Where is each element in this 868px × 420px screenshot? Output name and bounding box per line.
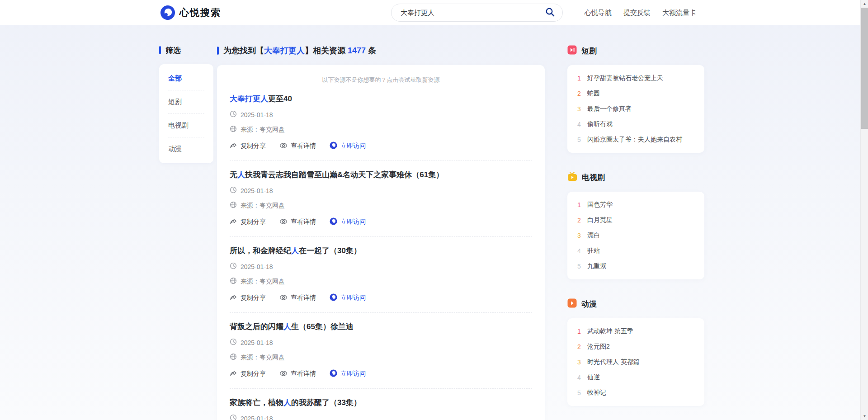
result-date-row: 2025-01-18	[230, 186, 532, 195]
result-date: 2025-01-18	[241, 263, 273, 270]
result-date: 2025-01-18	[241, 415, 273, 420]
nav-link-dataplan[interactable]: 大额流量卡	[662, 9, 696, 17]
rank-title-text: 牧神记	[587, 389, 606, 397]
clock-icon	[230, 110, 237, 119]
view-detail-button[interactable]: 查看详情	[279, 370, 316, 378]
top-bar: 心悦搜索 心悦导航 提交反馈 大额流量卡	[0, 0, 860, 25]
visit-now-button[interactable]: 立即访问	[330, 293, 366, 302]
keyword-highlight: 人	[291, 246, 299, 255]
copy-share-button[interactable]: 复制分享	[230, 294, 266, 302]
ranking-title: 动漫	[581, 299, 597, 309]
result-item: 无人扶我青云志我自踏雪至山巅&名动天下之家事难休（61集）2025-01-18来…	[230, 161, 532, 237]
nav-link-navigation[interactable]: 心悦导航	[585, 9, 612, 17]
rank-number: 2	[576, 343, 582, 350]
brand-logo[interactable]: 心悦搜索	[160, 5, 221, 20]
search-bar[interactable]	[391, 4, 563, 22]
rank-title-text: 蛇园	[587, 90, 600, 98]
result-actions: 复制分享查看详情立即访问	[230, 142, 532, 151]
filter-item-3[interactable]: 动漫	[168, 137, 204, 160]
view-detail-button[interactable]: 查看详情	[279, 218, 316, 226]
rank-title-text: 偷听有戏	[587, 120, 613, 128]
copy-share-button[interactable]: 复制分享	[230, 370, 266, 378]
rank-number: 1	[576, 328, 582, 335]
rank-title-text: 武动乾坤 第五季	[587, 327, 633, 335]
filter-item-1[interactable]: 短剧	[168, 90, 204, 113]
rank-title-text: 好孕甜妻被钻石老公宠上天	[587, 74, 663, 82]
ranking-item[interactable]: 5牧神记	[576, 385, 695, 401]
result-source-row: 来源：夸克网盘	[230, 201, 532, 210]
ranking-section: 动漫1武动乾坤 第五季2沧元图23时光代理人 英都篇4仙逆5牧神记	[567, 298, 704, 406]
ranking-item[interactable]: 5闪婚京圈太子爷：夫人她来自农村	[576, 132, 695, 147]
ranking-card: 1好孕甜妻被钻石老公宠上天2蛇园3最后一个修真者4偷听有戏5闪婚京圈太子爷：夫人…	[567, 65, 704, 153]
anime-icon	[567, 298, 577, 310]
scrollbar-down-arrow[interactable]: ▼	[861, 412, 868, 420]
title-text: 更至40	[268, 94, 292, 103]
view-detail-button[interactable]: 查看详情	[279, 294, 316, 302]
donut-logo-icon	[330, 293, 337, 302]
ranking-item[interactable]: 4驻站	[576, 243, 695, 259]
result-source: 来源：夸克网盘	[241, 126, 285, 134]
result-title[interactable]: 背叛之后的闪耀人生（65集）徐兰迪	[230, 322, 532, 332]
scrollbar-thumb[interactable]	[861, 8, 868, 129]
ranking-item[interactable]: 3时光代理人 英都篇	[576, 354, 695, 370]
rank-title-text: 最后一个修真者	[587, 105, 632, 113]
ranking-item[interactable]: 1好孕甜妻被钻石老公宠上天	[576, 71, 695, 86]
result-actions: 复制分享查看详情立即访问	[230, 293, 532, 302]
ranking-item[interactable]: 2沧元图2	[576, 339, 695, 354]
ranking-item[interactable]: 4仙逆	[576, 370, 695, 385]
ranking-item[interactable]: 1国色芳华	[576, 197, 695, 212]
ranking-title: 短剧	[581, 46, 597, 56]
globe-icon	[230, 277, 237, 286]
ranking-item[interactable]: 4偷听有戏	[576, 117, 695, 132]
title-text: 家族将亡，植物	[230, 398, 283, 407]
result-title[interactable]: 大奉打更人更至40	[230, 94, 532, 104]
share-icon	[230, 142, 237, 151]
nav-link-feedback[interactable]: 提交反馈	[623, 9, 651, 17]
result-date: 2025-01-18	[241, 111, 273, 118]
filter-item-all[interactable]: 全部	[168, 67, 204, 90]
rank-number: 5	[576, 136, 582, 143]
clock-icon	[230, 338, 237, 347]
result-date-row: 2025-01-18	[230, 338, 532, 347]
summary-keyword: 大奉打更人	[264, 46, 305, 55]
title-text: 所以，和金牌经纪	[230, 246, 291, 255]
visit-now-button[interactable]: 立即访问	[330, 217, 366, 227]
globe-icon	[230, 125, 237, 134]
search-input[interactable]	[401, 9, 544, 17]
rank-number: 4	[576, 121, 582, 128]
ranking-item[interactable]: 5九重紫	[576, 259, 695, 274]
result-source: 来源：夸克网盘	[241, 278, 285, 286]
filter-card: 全部短剧电视剧动漫	[159, 64, 213, 163]
short-drama-icon	[567, 45, 577, 57]
results-list: 大奉打更人更至402025-01-18来源：夸克网盘复制分享查看详情立即访问无人…	[230, 85, 532, 420]
ranking-item[interactable]: 3最后一个修真者	[576, 101, 695, 117]
view-detail-button[interactable]: 查看详情	[279, 142, 316, 150]
donut-logo-icon	[330, 142, 337, 151]
rankings-panel: 短剧1好孕甜妻被钻石老公宠上天2蛇园3最后一个修真者4偷听有戏5闪婚京圈太子爷：…	[567, 45, 704, 420]
ranking-item[interactable]: 1武动乾坤 第五季	[576, 324, 695, 339]
result-title[interactable]: 所以，和金牌经纪人在一起了（30集）	[230, 246, 532, 256]
copy-share-button[interactable]: 复制分享	[230, 142, 266, 151]
visit-now-button[interactable]: 立即访问	[330, 369, 366, 378]
rank-number: 3	[576, 359, 582, 366]
result-title[interactable]: 家族将亡，植物人的我苏醒了（33集）	[230, 398, 532, 408]
result-date: 2025-01-18	[241, 339, 273, 346]
search-button[interactable]	[544, 7, 556, 19]
rank-number: 4	[576, 247, 582, 255]
clock-icon	[230, 186, 237, 195]
rank-number: 3	[576, 105, 582, 113]
eye-icon	[279, 294, 288, 302]
refresh-hint-link[interactable]: 以下资源不是你想要的？点击尝试获取新资源	[230, 74, 532, 85]
scrollbar-up-arrow[interactable]: ▲	[861, 0, 868, 8]
result-title[interactable]: 无人扶我青云志我自踏雪至山巅&名动天下之家事难休（61集）	[230, 170, 532, 180]
ranking-item[interactable]: 3漂白	[576, 228, 695, 243]
rank-title-text: 白月梵星	[587, 216, 613, 224]
visit-now-button[interactable]: 立即访问	[330, 142, 366, 151]
ranking-item[interactable]: 2白月梵星	[576, 212, 695, 228]
page-scrollbar[interactable]: ▲ ▼	[860, 0, 868, 420]
copy-share-button[interactable]: 复制分享	[230, 218, 266, 227]
filter-item-2[interactable]: 电视剧	[168, 113, 204, 137]
ranking-item[interactable]: 2蛇园	[576, 86, 695, 101]
rank-number: 5	[576, 263, 582, 270]
result-item: 家族将亡，植物人的我苏醒了（33集）2025-01-18来源：夸克网盘复制分享查…	[230, 389, 532, 420]
